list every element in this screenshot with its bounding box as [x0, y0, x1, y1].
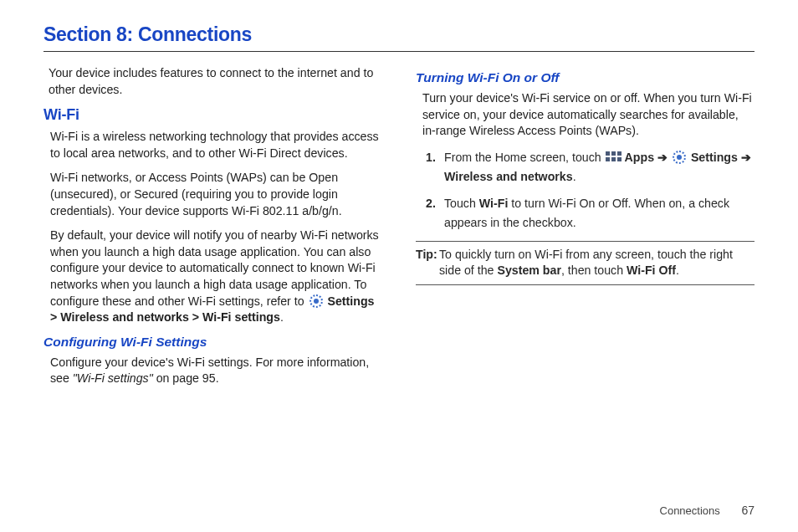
apps-icon	[606, 151, 621, 163]
page-number: 67	[741, 504, 755, 517]
tip-body: To quickly turn on Wi-Fi from any screen…	[416, 247, 755, 279]
tip-block: Tip: To quickly turn on Wi-Fi from any s…	[416, 241, 755, 285]
wireless-label: Wireless and networks	[444, 170, 573, 183]
turning-para: Turn your device's Wi-Fi service on or o…	[416, 90, 755, 140]
tip-label: Tip:	[416, 247, 437, 263]
turning-heading: Turning Wi-Fi On or Off	[416, 70, 755, 85]
right-column: Turning Wi-Fi On or Off Turn your device…	[416, 65, 755, 396]
wifi-para-2: Wi-Fi networks, or Access Points (WAPs) …	[43, 170, 382, 219]
configuring-para: Configure your device's Wi-Fi settings. …	[43, 355, 382, 387]
steps-list: From the Home screen, touch Apps ➔ Setti…	[416, 148, 755, 233]
configuring-heading: Configuring Wi-Fi Settings	[43, 335, 382, 350]
step2-text-a: Touch	[444, 197, 479, 210]
settings-icon	[309, 294, 323, 308]
content-columns: Your device includes features to connect…	[43, 65, 755, 396]
wifi-p3-end: .	[280, 310, 284, 324]
step1-text-a: From the Home screen, touch	[444, 151, 605, 164]
arrow-icon: ➔	[738, 151, 751, 164]
configuring-ref: "Wi-Fi settings"	[73, 371, 153, 385]
configuring-text-b: on page 95.	[153, 371, 219, 385]
section-title: Section 8: Connections	[43, 23, 755, 52]
left-column: Your device includes features to connect…	[43, 65, 382, 396]
page-footer: Connections 67	[660, 504, 755, 517]
footer-section: Connections	[660, 504, 720, 517]
tip-text-c: , then touch	[561, 263, 627, 277]
wifi-para-1: Wi-Fi is a wireless networking technolog…	[43, 129, 382, 161]
tip-text-e: .	[676, 263, 679, 277]
step1-end: .	[573, 170, 576, 183]
intro-text: Your device includes features to connect…	[43, 65, 382, 98]
arrow-icon: ➔	[657, 151, 671, 164]
settings-label: Settings	[691, 151, 738, 164]
system-bar-label: System bar	[497, 263, 561, 277]
wifi-heading: Wi-Fi	[43, 106, 382, 124]
wifi-para-3: By default, your device will notify you …	[43, 228, 382, 326]
step-1: From the Home screen, touch Apps ➔ Setti…	[426, 148, 755, 186]
settings-icon	[673, 151, 686, 164]
step2-wifi: Wi-Fi	[479, 197, 509, 210]
wifi-off-label: Wi-Fi Off	[627, 263, 676, 277]
apps-label: Apps	[625, 151, 654, 164]
step-2: Touch Wi-Fi to turn Wi-Fi On or Off. Whe…	[426, 194, 755, 232]
